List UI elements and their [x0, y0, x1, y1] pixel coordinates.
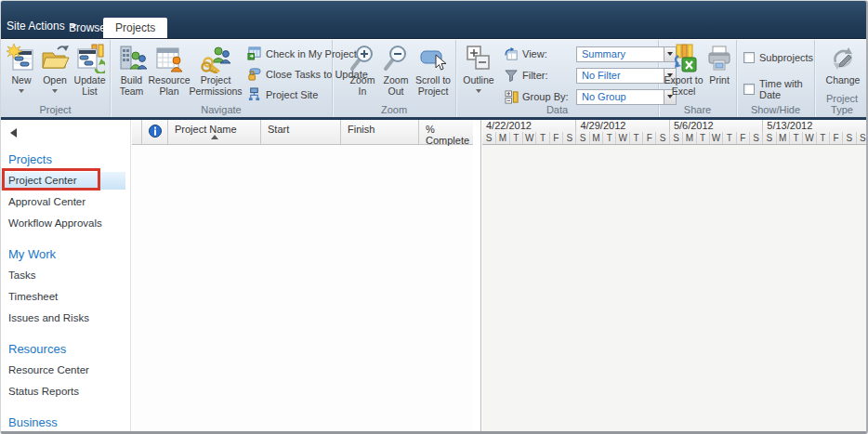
zoom-in-button-label: Zoom In: [350, 75, 375, 97]
gantt-day-cell: M: [776, 132, 789, 144]
sidebar-item-tasks[interactable]: Tasks: [1, 267, 125, 284]
ribbon: New Open: [1, 40, 866, 117]
column-header-percent-complete[interactable]: % Complete: [419, 120, 473, 144]
ribbon-group-project-type: Change Project Type: [815, 40, 868, 117]
change-project-type-button-label: Change: [826, 75, 861, 86]
build-team-button[interactable]: Build Team: [114, 42, 149, 97]
tab-projects[interactable]: Projects: [103, 18, 167, 38]
gantt-day-cell: T: [509, 132, 522, 144]
gantt-day-cell: M: [495, 132, 508, 144]
build-team-button-label: Build Team: [120, 75, 144, 97]
sidebar-heading-resources[interactable]: Resources: [1, 340, 112, 358]
group-label-show-hide: Show/Hide: [737, 104, 814, 115]
gantt-day-cell: F: [736, 132, 749, 144]
gantt-day-cell: S: [482, 132, 495, 144]
sidebar-item-timesheet[interactable]: Timesheet: [1, 288, 125, 306]
group-label-zoom: Zoom: [333, 104, 455, 115]
gantt-day-cell: W: [709, 132, 722, 144]
change-project-type-button[interactable]: Change: [822, 42, 863, 86]
sidebar-heading-business-intelligence[interactable]: Business Intelligence: [1, 414, 112, 431]
ribbon-group-project: New Open: [1, 40, 111, 117]
group-label-share: Share: [659, 104, 736, 115]
gantt-day-cell: M: [589, 132, 602, 144]
time-with-date-checkbox-label: Time with Date: [759, 78, 814, 100]
export-to-excel-button[interactable]: Export to Excel: [663, 42, 704, 97]
checkbox-icon: [743, 84, 755, 95]
gantt-day-cell: S: [655, 132, 668, 144]
filter-field-label: Filter:: [522, 70, 572, 81]
sidebar-item-workflow-approvals[interactable]: Workflow Approvals: [1, 215, 125, 232]
print-icon: [704, 44, 734, 73]
sidebar-item-status-reports[interactable]: Status Reports: [1, 383, 125, 401]
gantt-day-cell: M: [682, 132, 695, 144]
view-field-label: View:: [522, 48, 572, 59]
outline-button[interactable]: Outline: [460, 42, 497, 93]
resource-plan-button[interactable]: Resource Plan: [149, 42, 190, 97]
gantt-chart: 4/22/20124/29/20125/6/20125/13/2012 SMTW…: [482, 120, 866, 431]
zoom-in-button[interactable]: Zoom In: [346, 42, 379, 97]
gantt-week-label: 4/29/2012: [575, 120, 668, 132]
gantt-day-cell: T: [722, 132, 735, 144]
gantt-week-header: 4/22/20124/29/20125/6/20125/13/2012: [482, 120, 866, 132]
info-column-header[interactable]: [142, 120, 168, 144]
chevron-down-icon: [476, 89, 481, 93]
group-label-navigate: Navigate: [111, 104, 332, 115]
project-permissions-button[interactable]: Project Permissions: [190, 42, 242, 97]
export-to-excel-icon: [669, 44, 699, 73]
subprojects-checkbox-label: Subprojects: [759, 52, 813, 63]
new-button-label: New: [12, 75, 32, 86]
zoom-out-button[interactable]: Zoom Out: [379, 42, 413, 97]
export-to-excel-button-label: Export to Excel: [664, 75, 703, 97]
filter-icon: [505, 69, 519, 83]
ribbon-group-navigate: Build Team Resource Plan: [111, 40, 333, 117]
grid-body: [132, 145, 473, 431]
new-button[interactable]: New: [5, 42, 38, 93]
ribbon-group-share: Export to Excel Print Share: [659, 40, 737, 117]
view-icon: [505, 47, 519, 61]
column-header-start[interactable]: Start: [261, 120, 341, 144]
update-list-button-label: Update List: [74, 75, 106, 97]
gantt-week-label: 4/22/2012: [482, 120, 575, 132]
subprojects-checkbox[interactable]: Subprojects: [743, 52, 814, 63]
ribbon-group-show-hide: Subprojects Time with Date Show/Hide: [737, 40, 815, 117]
scroll-to-project-button-label: Scroll to Project: [415, 75, 451, 97]
group-label-project-type: Project Type: [815, 93, 868, 115]
gantt-day-cell: F: [642, 132, 655, 144]
sidebar-heading-my-work[interactable]: My Work: [1, 245, 112, 263]
info-icon: [149, 125, 162, 138]
resource-plan-button-label: Resource Plan: [149, 75, 191, 97]
group-label-project: Project: [1, 104, 110, 115]
gantt-day-cell: S: [669, 132, 682, 144]
sidebar-item-issues-and-risks[interactable]: Issues and Risks: [1, 309, 125, 327]
column-header-project-name[interactable]: Project Name: [168, 120, 261, 144]
group-label-data: Data: [456, 104, 658, 115]
sidebar-item-project-center[interactable]: Project Center: [1, 172, 125, 190]
gantt-day-cell: S: [749, 132, 762, 144]
sidebar-collapse-icon[interactable]: [10, 128, 17, 138]
update-list-icon: [75, 44, 105, 73]
grid-gantt-splitter[interactable]: [473, 120, 481, 431]
scroll-to-project-button[interactable]: Scroll to Project: [413, 42, 454, 97]
gantt-body: [482, 145, 866, 430]
sidebar-item-approval-center[interactable]: Approval Center: [1, 193, 125, 211]
row-selector-header[interactable]: [132, 120, 142, 144]
gantt-day-cell: S: [575, 132, 588, 144]
group-by-field-label: Group By:: [522, 91, 572, 102]
print-button[interactable]: Print: [704, 42, 734, 86]
gantt-day-cell: S: [842, 132, 855, 144]
column-header-finish[interactable]: Finish: [341, 120, 419, 144]
time-with-date-checkbox[interactable]: Time with Date: [743, 78, 814, 100]
gantt-day-cell: T: [535, 132, 548, 144]
zoom-in-icon: [348, 44, 377, 73]
ribbon-group-zoom: Zoom In Zoom Out Scroll to Project: [333, 40, 456, 117]
projects-grid: Project Name Start Finish % Complete: [132, 120, 473, 431]
project-site-icon: [247, 87, 261, 101]
sidebar-heading-projects[interactable]: Projects: [1, 151, 112, 168]
sidebar-item-resource-center[interactable]: Resource Center: [1, 362, 125, 379]
gantt-day-cell: F: [549, 132, 562, 144]
open-button[interactable]: Open: [38, 42, 72, 93]
outline-button-label: Outline: [463, 75, 493, 86]
print-button-label: Print: [709, 75, 730, 86]
update-list-button[interactable]: Update List: [72, 42, 108, 97]
check-in-icon: [247, 46, 261, 60]
